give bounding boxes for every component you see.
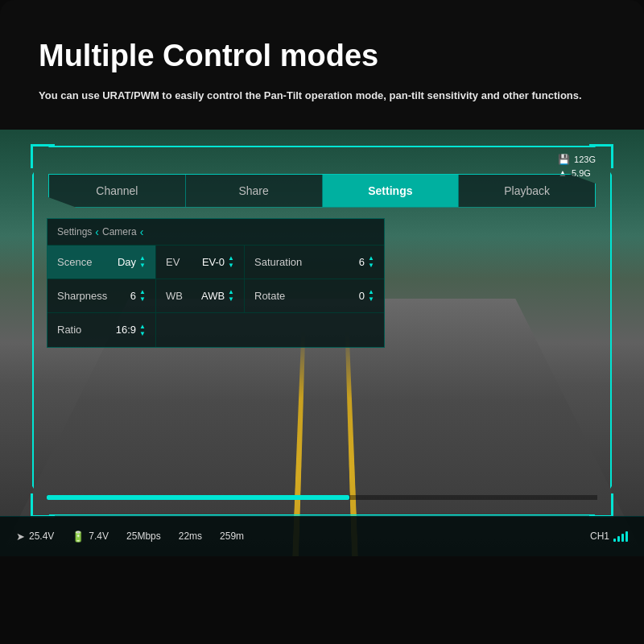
saturation-value-container: 6 ▲ ▼ — [359, 254, 374, 269]
battery-icon: 🔋 — [72, 530, 85, 543]
saturation-cell: Saturation 6 ▲ ▼ — [245, 246, 384, 279]
distance-value: 259m — [220, 530, 244, 542]
status-speed: ➤ 25.4V — [16, 530, 54, 543]
signal-bars — [613, 530, 628, 542]
scence-down[interactable]: ▼ — [139, 262, 146, 269]
storage-total: 123G — [574, 155, 596, 164]
sharpness-spinner[interactable]: ▲ ▼ — [139, 288, 146, 303]
rotate-up[interactable]: ▲ — [368, 288, 374, 295]
battery-value: 7.4V — [89, 530, 109, 542]
settings-panel: Settings ‹ Camera ‹ Scence Day ▲ ▼ EV — [47, 218, 385, 348]
scence-spinner[interactable]: ▲ ▼ — [139, 254, 146, 269]
sd-card-icon: 💾 — [558, 154, 570, 165]
settings-row-3: Ratio 16:9 ▲ ▼ — [47, 313, 384, 347]
bitrate-value: 25Mbps — [126, 530, 161, 542]
sharpness-cell: Sharpness 6 ▲ ▼ — [47, 279, 156, 312]
saturation-up[interactable]: ▲ — [368, 254, 374, 262]
sharpness-up[interactable]: ▲ — [139, 288, 146, 295]
empty-cell-2 — [245, 313, 384, 347]
ratio-spinner[interactable]: ▲ ▼ — [139, 323, 146, 337]
tab-channel[interactable]: Channel — [49, 175, 186, 207]
rotate-cell: Rotate 0 ▲ ▼ — [245, 279, 384, 312]
signal-bar-4 — [625, 531, 628, 542]
page-title: Multiple Control modes — [39, 39, 605, 73]
hud-corner-tl — [31, 144, 55, 168]
ratio-down[interactable]: ▼ — [139, 330, 146, 337]
rotate-label: Rotate — [254, 290, 359, 302]
speed-value: 25.4V — [29, 530, 54, 542]
rotate-down[interactable]: ▼ — [368, 295, 374, 303]
saturation-down[interactable]: ▼ — [368, 262, 374, 269]
tab-bar: Channel Share Settings Playback — [48, 174, 596, 208]
settings-row-1: Scence Day ▲ ▼ EV EV-0 ▲ ▼ — [47, 246, 384, 279]
wb-spinner[interactable]: ▲ ▼ — [228, 288, 234, 303]
ratio-value-container: 16:9 ▲ ▼ — [116, 323, 146, 337]
breadcrumb-root: Settings — [57, 226, 92, 237]
progress-bar[interactable] — [47, 495, 597, 500]
status-battery: 🔋 7.4V — [72, 530, 109, 543]
signal-bar-2 — [617, 536, 620, 542]
latency-value: 22ms — [179, 530, 202, 542]
scence-up[interactable]: ▲ — [139, 254, 146, 262]
tab-settings[interactable]: Settings — [323, 175, 460, 207]
progress-bar-fill — [47, 495, 349, 500]
ev-spinner[interactable]: ▲ ▼ — [228, 254, 234, 269]
saturation-label: Saturation — [254, 256, 359, 268]
sharpness-value: 6 — [130, 290, 136, 302]
ratio-label: Ratio — [57, 324, 116, 336]
speed-icon: ➤ — [16, 530, 25, 543]
channel-label: CH1 — [590, 530, 609, 542]
signal-bar-3 — [621, 534, 624, 542]
scence-label: Scence — [57, 256, 118, 268]
wb-up[interactable]: ▲ — [228, 288, 234, 295]
rotate-value: 0 — [359, 290, 365, 302]
status-distance: 259m — [220, 530, 244, 542]
sharpness-label: Sharpness — [57, 290, 130, 302]
wb-cell: WB AWB ▲ ▼ — [156, 279, 245, 312]
breadcrumb-arrow-2: ‹ — [140, 225, 144, 238]
breadcrumb-arrow-1: ‹ — [95, 225, 99, 238]
wb-label: WB — [166, 290, 201, 302]
screen-section: 💾 123G ▲ 5.9G Channel Share Settings Pla… — [0, 130, 644, 556]
status-channel: CH1 — [590, 530, 628, 542]
sharpness-down[interactable]: ▼ — [139, 295, 146, 303]
signal-bar-1 — [613, 539, 616, 542]
scence-value: Day — [118, 256, 136, 268]
scence-cell: Scence Day ▲ ▼ — [47, 246, 156, 279]
ev-down[interactable]: ▼ — [228, 262, 234, 269]
wb-down[interactable]: ▼ — [228, 295, 234, 303]
saturation-value: 6 — [359, 256, 365, 268]
breadcrumb-child: Camera — [102, 226, 137, 237]
saturation-spinner[interactable]: ▲ ▼ — [368, 254, 374, 269]
ev-value-container: EV-0 ▲ ▼ — [202, 254, 234, 269]
settings-row-2: Sharpness 6 ▲ ▼ WB AWB ▲ ▼ — [47, 279, 384, 313]
ratio-cell: Ratio 16:9 ▲ ▼ — [47, 313, 156, 347]
status-bar: ➤ 25.4V 🔋 7.4V 25Mbps 22ms 259m CH1 — [0, 516, 644, 556]
page-subtitle: You can use URAT/PWM to easily control t… — [39, 88, 586, 104]
tab-playback[interactable]: Playback — [459, 175, 595, 207]
ev-cell: EV EV-0 ▲ ▼ — [156, 246, 245, 279]
wb-value: AWB — [201, 290, 225, 302]
sharpness-value-container: 6 ▲ ▼ — [130, 288, 146, 303]
tab-share[interactable]: Share — [186, 175, 323, 207]
ev-label: EV — [166, 256, 202, 268]
breadcrumb: Settings ‹ Camera ‹ — [47, 219, 384, 246]
empty-cell-1 — [156, 313, 245, 347]
rotate-value-container: 0 ▲ ▼ — [359, 288, 374, 303]
scence-value-container: Day ▲ ▼ — [118, 254, 146, 269]
rotate-spinner[interactable]: ▲ ▼ — [368, 288, 374, 303]
wb-value-container: AWB ▲ ▼ — [201, 288, 234, 303]
ratio-up[interactable]: ▲ — [139, 323, 146, 330]
ratio-value: 16:9 — [116, 324, 136, 336]
ev-up[interactable]: ▲ — [228, 254, 234, 262]
status-bitrate: 25Mbps — [126, 530, 161, 542]
top-section: Multiple Control modes You can use URAT/… — [0, 0, 644, 130]
ev-value: EV-0 — [202, 256, 225, 268]
status-latency: 22ms — [179, 530, 202, 542]
